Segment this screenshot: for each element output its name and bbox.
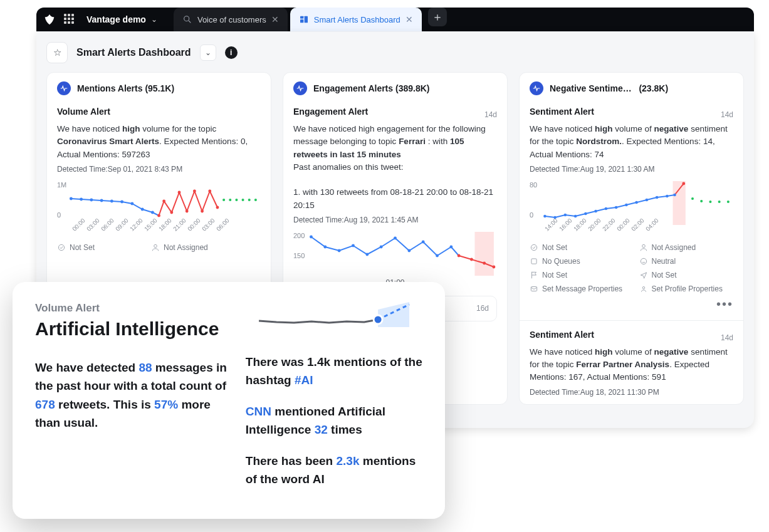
x-axis-labels: 14:00 16:00 18:00 20:00 22:00 00:00 02:0… <box>530 227 733 234</box>
priority-meta[interactable]: Not Set <box>530 271 624 279</box>
svg-point-46 <box>492 265 495 268</box>
svg-point-64 <box>700 200 703 202</box>
svg-point-14 <box>157 214 160 217</box>
svg-point-63 <box>691 197 694 200</box>
overlay-title: Artificial Intelligence <box>35 318 231 340</box>
queues-meta[interactable]: No Queues <box>530 257 624 266</box>
svg-point-36 <box>365 253 369 256</box>
status-meta[interactable]: Not Set <box>57 243 95 252</box>
workspace-name[interactable]: Vantage demo <box>86 14 146 24</box>
tab-label: Smart Alerts Dashboard <box>314 15 400 24</box>
svg-point-24 <box>229 199 231 201</box>
queue-icon <box>530 257 538 266</box>
info-icon[interactable]: i <box>225 46 238 59</box>
svg-point-68 <box>531 244 536 250</box>
svg-rect-4 <box>300 19 303 23</box>
svg-point-51 <box>574 215 577 217</box>
svg-point-56 <box>625 204 627 206</box>
svg-point-48 <box>543 215 546 217</box>
svg-point-33 <box>323 245 327 248</box>
svg-point-55 <box>615 206 617 209</box>
tab-voice-of-customers[interactable]: Voice of customers ✕ <box>174 8 288 31</box>
pulse-icon <box>293 81 307 95</box>
status-meta[interactable]: Not Set <box>530 243 624 252</box>
svg-point-12 <box>141 207 144 211</box>
y-tick: 150 <box>293 252 305 259</box>
svg-point-61 <box>673 194 676 196</box>
alert-title: Sentiment Alert <box>530 107 594 117</box>
apps-grid-icon[interactable] <box>64 14 75 25</box>
svg-point-32 <box>310 235 313 238</box>
svg-point-27 <box>248 199 251 201</box>
alert-detail-overlay: Volume Alert Artificial Intelligence We … <box>13 282 445 519</box>
svg-point-10 <box>120 200 123 203</box>
svg-point-0 <box>184 16 189 21</box>
svg-point-35 <box>352 244 355 247</box>
svg-point-59 <box>656 196 658 199</box>
assigned-meta[interactable]: Not Assigned <box>639 243 734 252</box>
svg-point-57 <box>635 201 637 204</box>
svg-point-18 <box>186 209 189 212</box>
alert-body: We have noticed high volume of negative … <box>530 346 733 384</box>
svg-point-20 <box>201 209 204 212</box>
overlay-trend-chart <box>246 302 422 337</box>
svg-point-74 <box>642 286 645 289</box>
detected-time: Detected Time:Aug 18, 2021 11:30 PM <box>530 388 733 397</box>
svg-point-50 <box>564 214 567 216</box>
location-icon <box>639 271 648 279</box>
alert-body: We have noticed high engagement for the … <box>293 123 497 212</box>
profile-props-meta[interactable]: Set Profile Properties <box>639 284 734 293</box>
svg-point-53 <box>594 210 597 212</box>
profile-icon <box>639 284 648 293</box>
svg-point-6 <box>80 197 83 201</box>
svg-point-58 <box>646 199 648 201</box>
card-title: Mentions Alerts (95.1K) <box>77 83 174 93</box>
overlay-summary: We have detected 88 messages in the past… <box>35 358 231 432</box>
detected-time: Detected Time:Aug 19, 2021 1:30 AM <box>530 165 733 174</box>
workspace-chevron-icon[interactable]: ⌄ <box>151 15 157 24</box>
favorite-button[interactable]: ☆ <box>46 42 68 63</box>
overlay-insight-3: There has been 2.3k mentions of the word… <box>246 452 422 488</box>
tab-label: Voice of customers <box>197 15 266 24</box>
card-title: Engagement Alerts (389.8K) <box>313 83 429 93</box>
assigned-meta[interactable]: Not Assigned <box>151 243 208 252</box>
svg-point-52 <box>584 212 587 215</box>
svg-point-54 <box>605 207 607 210</box>
svg-point-69 <box>642 244 645 248</box>
tab-smart-alerts-dashboard[interactable]: Smart Alerts Dashboard ✕ <box>290 8 422 31</box>
pulse-icon <box>530 81 543 95</box>
user-icon <box>151 243 160 252</box>
alert-age: 14d <box>484 110 497 119</box>
brand-logo-icon <box>43 13 56 26</box>
svg-point-67 <box>727 201 730 203</box>
new-tab-button[interactable]: ＋ <box>428 8 447 26</box>
svg-point-30 <box>154 244 157 248</box>
mentions-chart: 1M 0 00:00 03:00 06:00 09:00 12:00 15:00 <box>57 181 261 234</box>
location-meta[interactable]: Not Set <box>639 271 734 279</box>
alert-meta: Not Set Not Assigned <box>57 243 261 252</box>
dashboard-icon <box>299 14 309 24</box>
svg-point-9 <box>110 199 113 202</box>
more-actions-button[interactable]: ••• <box>530 297 733 311</box>
svg-point-65 <box>709 201 711 203</box>
title-dropdown-button[interactable]: ⌄ <box>200 44 216 61</box>
message-age: 16d <box>476 304 489 313</box>
svg-point-19 <box>193 189 196 192</box>
svg-point-28 <box>254 199 257 201</box>
svg-point-15 <box>162 199 165 202</box>
sentiment-meta[interactable]: Neutral <box>639 257 734 266</box>
close-icon[interactable]: ✕ <box>405 14 413 24</box>
tab-strip: Voice of customers ✕ Smart Alerts Dashbo… <box>174 8 447 31</box>
alert-age: 14d <box>721 333 733 342</box>
svg-point-7 <box>90 198 93 201</box>
detected-time: Detected Time:Aug 19, 2021 1:45 AM <box>293 216 497 224</box>
close-icon[interactable]: ✕ <box>271 14 279 24</box>
alert-title: Engagement Alert <box>293 107 368 117</box>
message-icon <box>530 284 538 293</box>
message-props-meta[interactable]: Set Message Properties <box>530 284 624 293</box>
svg-point-43 <box>458 254 461 257</box>
svg-point-44 <box>470 258 473 261</box>
svg-point-16 <box>170 211 173 214</box>
y-tick: 0 <box>530 211 533 219</box>
svg-point-39 <box>407 249 411 252</box>
